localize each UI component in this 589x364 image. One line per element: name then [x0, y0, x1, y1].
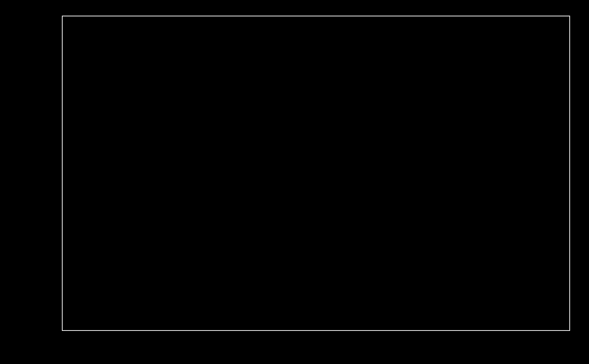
spectrogram-page — [0, 0, 589, 364]
spectrogram-canvas — [86, 23, 547, 324]
